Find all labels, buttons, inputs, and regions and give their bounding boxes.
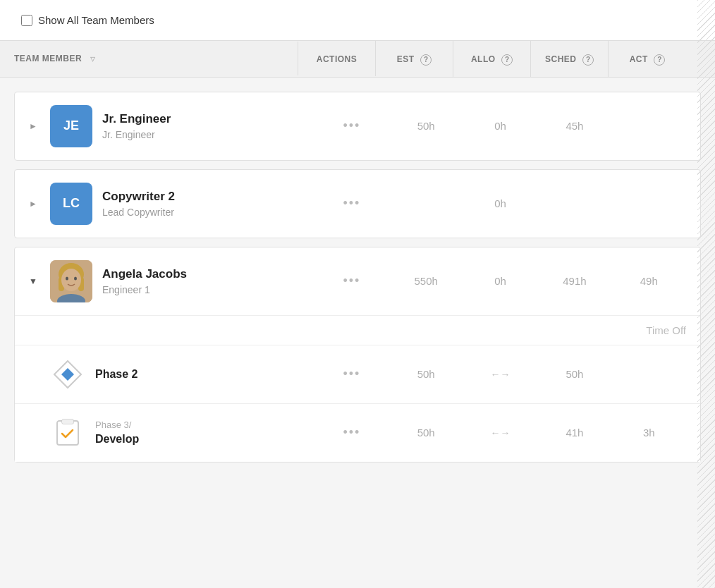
act-question-icon[interactable]: ? xyxy=(654,54,665,66)
avatar-lc: LC xyxy=(50,183,92,225)
est-question-icon[interactable]: ? xyxy=(420,54,432,66)
member-names-je: Jr. Engineer Jr. Engineer xyxy=(102,112,171,140)
show-all-text: Show All Team Members xyxy=(38,14,154,26)
phase2-allo: ←→ xyxy=(463,369,537,380)
sched-label: SCHED xyxy=(545,54,577,64)
allo-cell-lc: 0h xyxy=(463,197,537,209)
act-label: ACT xyxy=(630,54,648,64)
svg-marker-9 xyxy=(61,368,74,381)
col-header-sched: SCHED ? xyxy=(531,41,609,77)
filter-icon[interactable]: ▿ xyxy=(90,53,95,64)
allo-label: ALLO xyxy=(471,54,496,64)
team-row-aj: ▼ xyxy=(15,247,700,315)
phase2-actions: ••• xyxy=(314,367,389,381)
phase3-actions: ••• xyxy=(314,425,389,440)
phase3-subtitle: Phase 3/ xyxy=(95,419,139,430)
phase3-info: Phase 3/ Develop xyxy=(29,415,314,451)
main-content: ► JE Jr. Engineer Jr. Engineer ••• 50h 0… xyxy=(0,78,715,485)
actions-cell-lc: ••• xyxy=(314,196,389,211)
timeoff-label: Time Off xyxy=(646,324,686,336)
member-name-je: Jr. Engineer xyxy=(102,112,171,126)
phase2-est: 50h xyxy=(389,368,463,380)
phase3-names: Phase 3/ Develop xyxy=(95,419,139,446)
avatar-je: JE xyxy=(50,105,92,147)
svg-point-5 xyxy=(66,276,68,280)
member-name-lc: Copywriter 2 xyxy=(102,190,175,204)
team-card-je: ► JE Jr. Engineer Jr. Engineer ••• 50h 0… xyxy=(14,92,701,161)
allo-cell-aj: 0h xyxy=(463,275,537,287)
member-info-aj: ▼ xyxy=(29,260,314,302)
member-role-aj: Engineer 1 xyxy=(102,284,187,295)
show-all-label[interactable]: Show All Team Members xyxy=(21,14,154,26)
phase3-name: Develop xyxy=(95,433,139,446)
svg-point-6 xyxy=(74,276,77,280)
member-name-aj: Angela Jacobs xyxy=(102,267,187,281)
avatar-aj xyxy=(50,260,92,302)
est-label: EST xyxy=(397,54,415,64)
team-member-label: TEAM MEMBER xyxy=(14,54,82,63)
member-role-lc: Lead Copywriter xyxy=(102,207,175,218)
dots-menu-phase3[interactable]: ••• xyxy=(343,425,360,439)
show-all-checkbox[interactable] xyxy=(21,15,32,26)
allo-question-icon[interactable]: ? xyxy=(501,54,513,66)
phase2-allo-arrows: ←→ xyxy=(491,369,511,380)
team-row-je: ► JE Jr. Engineer Jr. Engineer ••• 50h 0… xyxy=(15,92,700,160)
member-names-aj: Angela Jacobs Engineer 1 xyxy=(102,267,187,295)
phase2-row: Phase 2 ••• 50h ←→ 50h xyxy=(15,345,700,403)
phase3-sched: 41h xyxy=(537,427,611,439)
sched-question-icon[interactable]: ? xyxy=(582,54,594,66)
phase2-info: Phase 2 xyxy=(29,357,314,392)
col-header-team-member: TEAM MEMBER ▿ xyxy=(0,42,298,75)
actions-cell-je: ••• xyxy=(314,118,389,133)
phase3-act: 3h xyxy=(612,427,686,439)
phase2-name: Phase 2 xyxy=(95,368,138,381)
allo-cell-je: 0h xyxy=(463,120,537,132)
col-header-actions: ACTIONS xyxy=(298,41,376,76)
sched-cell-je: 45h xyxy=(537,120,611,132)
phase3-allo: ←→ xyxy=(463,427,537,439)
phase3-row: Phase 3/ Develop ••• 50h ←→ 41h 3h xyxy=(15,403,700,462)
hatch-pattern xyxy=(697,0,715,485)
phase3-allo-arrows: ←→ xyxy=(491,427,511,439)
col-header-allo: ALLO ? xyxy=(453,41,531,77)
svg-point-4 xyxy=(61,269,81,291)
member-info-je: ► JE Jr. Engineer Jr. Engineer xyxy=(29,105,314,147)
angela-sub-section: Time Off Phase 2 xyxy=(15,315,700,462)
phase3-task-icon xyxy=(50,415,85,451)
dots-menu-je[interactable]: ••• xyxy=(343,118,360,133)
sched-cell-aj: 491h xyxy=(537,275,611,287)
chevron-icon-je[interactable]: ► xyxy=(29,121,40,131)
team-card-lc: ► LC Copywriter 2 Lead Copywriter ••• 0h xyxy=(14,169,701,238)
team-card-aj: ▼ xyxy=(14,247,701,463)
est-cell-je: 50h xyxy=(389,120,463,132)
phase2-diamond-icon xyxy=(50,357,85,392)
chevron-icon-aj[interactable]: ▼ xyxy=(29,276,40,286)
table-header: TEAM MEMBER ▿ ACTIONS EST ? ALLO ? SCHED… xyxy=(0,41,715,78)
actions-label: ACTIONS xyxy=(317,54,358,64)
svg-rect-12 xyxy=(62,419,73,424)
est-cell-aj: 550h xyxy=(389,275,463,287)
phase2-names: Phase 2 xyxy=(95,368,138,381)
dots-menu-lc[interactable]: ••• xyxy=(343,196,360,210)
member-names-lc: Copywriter 2 Lead Copywriter xyxy=(102,190,175,218)
act-cell-aj: 49h xyxy=(612,275,686,287)
phase3-est: 50h xyxy=(389,427,463,439)
team-row-lc: ► LC Copywriter 2 Lead Copywriter ••• 0h xyxy=(15,170,700,238)
col-header-est: EST ? xyxy=(376,41,453,77)
top-bar: Show All Team Members xyxy=(0,0,715,41)
timeoff-row: Time Off xyxy=(15,316,700,345)
member-info-lc: ► LC Copywriter 2 Lead Copywriter xyxy=(29,183,314,225)
phase2-sched: 50h xyxy=(537,368,611,380)
member-role-je: Jr. Engineer xyxy=(102,129,171,140)
svg-rect-10 xyxy=(57,421,78,445)
actions-cell-aj: ••• xyxy=(314,274,389,288)
col-header-act: ACT ? xyxy=(609,41,686,77)
dots-menu-aj[interactable]: ••• xyxy=(343,274,360,288)
dots-menu-phase2[interactable]: ••• xyxy=(343,367,360,381)
chevron-icon-lc[interactable]: ► xyxy=(29,199,40,209)
